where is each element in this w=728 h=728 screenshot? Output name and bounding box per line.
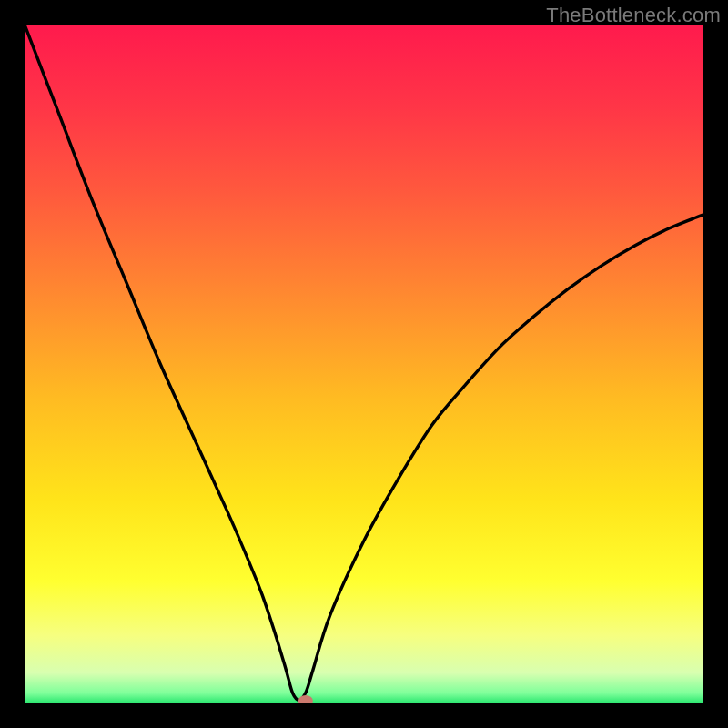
marker-dot [298, 695, 313, 703]
plot-area [25, 25, 703, 703]
bottleneck-curve [25, 25, 703, 703]
chart-frame: TheBottleneck.com [0, 0, 728, 728]
